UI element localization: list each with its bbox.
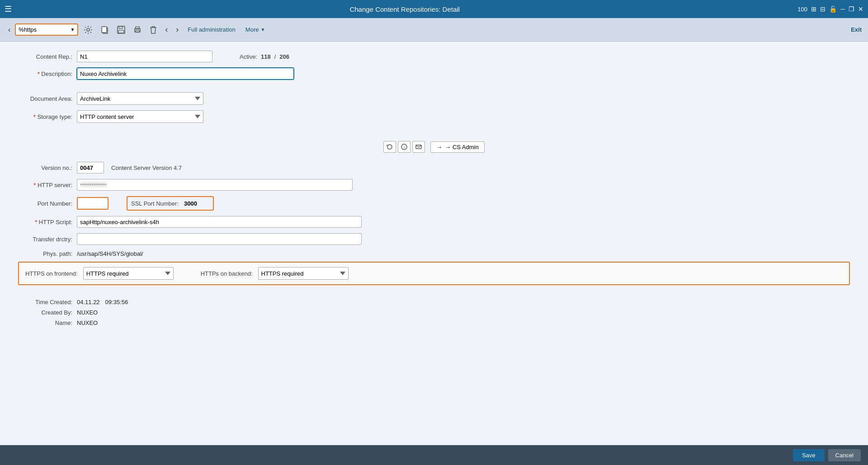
time-created-time: 09:35:56 <box>105 299 128 305</box>
port-number-label: Port Number: <box>18 200 77 207</box>
https-section: HTTPS on frontend: HTTPS required HTTPS … <box>18 262 850 285</box>
active-total: 206 <box>279 53 289 60</box>
version-desc: Content Server Version 4.7 <box>111 164 182 171</box>
https-backend-select[interactable]: HTTPS required HTTPS optional No HTTPS <box>258 267 349 280</box>
active-current: 118 <box>261 53 271 60</box>
svg-rect-2 <box>102 27 107 33</box>
save-icon-button[interactable] <box>114 24 128 36</box>
phys-path-row: Phys. path: /usr/sap/S4H/SYS/global/ <box>18 250 850 257</box>
layout-icon[interactable]: ⊟ <box>820 5 826 13</box>
counter-value: 100 <box>797 6 807 13</box>
more-button[interactable]: More ▼ <box>242 24 269 35</box>
content-rep-input[interactable] <box>77 51 212 62</box>
ssl-port-label: SSL Port Number: <box>131 200 179 207</box>
prev-nav-button[interactable]: ‹ <box>162 23 170 36</box>
http-script-input[interactable]: sapHttp/nuxeo-archivelink-s4h <box>77 216 362 228</box>
description-row: * Description: <box>18 68 850 80</box>
cancel-button[interactable]: Cancel <box>828 449 861 461</box>
refresh-icon <box>387 144 393 150</box>
restore-icon[interactable]: ❐ <box>849 5 854 13</box>
document-area-row: Document Area: ArchiveLink Document Mana… <box>18 92 850 105</box>
page-title: Change Content Repositories: Detail <box>349 5 459 13</box>
description-input[interactable] <box>77 68 294 80</box>
dropdown-value: %https <box>19 26 37 33</box>
time-created-date: 04.11.22 <box>77 299 100 305</box>
close-icon[interactable]: ✕ <box>858 5 863 13</box>
full-admin-label: Full administration <box>188 26 236 33</box>
port-number-input[interactable] <box>77 197 108 210</box>
http-script-row: * HTTP Script: sapHttp/nuxeo-archivelink… <box>18 216 850 228</box>
exit-label: Exit <box>851 26 862 33</box>
email-icon-button[interactable] <box>412 141 425 153</box>
version-no-label: Version no.: <box>18 164 77 171</box>
https-frontend-select[interactable]: HTTPS required HTTPS optional No HTTPS <box>83 267 174 280</box>
print-icon <box>133 26 142 34</box>
copy-icon-button[interactable] <box>98 24 112 36</box>
settings-icon-button[interactable] <box>81 23 95 36</box>
phys-path-label: Phys. path: <box>18 250 77 257</box>
save-icon <box>117 26 125 34</box>
main-content: Content Rep.: Active: 118 / 206 * Descri… <box>0 42 868 445</box>
more-chevron-icon: ▼ <box>260 27 265 32</box>
top-bar-left: ☰ <box>5 4 12 14</box>
info-icon-button[interactable]: i <box>398 141 410 153</box>
version-no-input[interactable] <box>77 162 104 174</box>
http-server-input[interactable] <box>77 179 353 191</box>
top-bar: ☰ Change Content Repositories: Detail 10… <box>0 0 868 18</box>
content-rep-label: Content Rep.: <box>18 53 77 60</box>
window-icon[interactable]: ⊞ <box>811 5 816 13</box>
delete-icon-button[interactable] <box>147 24 160 36</box>
svg-rect-8 <box>136 30 139 32</box>
created-by-label: Created By: <box>18 309 77 316</box>
http-server-row: * HTTP server: <box>18 179 850 191</box>
http-server-label: * HTTP server: <box>18 182 77 188</box>
settings-icon <box>84 25 93 34</box>
ssl-port-input[interactable] <box>182 198 209 209</box>
description-label: * Description: <box>18 70 77 77</box>
phys-path-value: /usr/sap/S4H/SYS/global/ <box>77 250 143 257</box>
more-label: More <box>245 26 259 33</box>
storage-type-select[interactable]: HTTP content server File system <box>77 110 203 123</box>
minimize-icon[interactable]: ─ <box>840 5 845 13</box>
document-area-select[interactable]: ArchiveLink Document Management <box>77 92 203 105</box>
created-by-value: NUXEO <box>77 309 98 316</box>
storage-type-label: * Storage type: <box>18 113 77 120</box>
chevron-down-icon: ▼ <box>70 27 75 32</box>
cs-admin-button[interactable]: → → CS Admin <box>430 141 484 153</box>
refresh-icon-button[interactable] <box>383 141 396 153</box>
https-frontend-label: HTTPS on frontend: <box>25 270 78 277</box>
page-title-text: Change Content Repositories: Detail <box>349 5 459 13</box>
next-nav-button[interactable]: › <box>173 23 181 36</box>
content-rep-row: Content Rep.: Active: 118 / 206 <box>18 51 850 62</box>
exit-button[interactable]: Exit <box>851 26 862 33</box>
full-admin-button[interactable]: Full administration <box>184 24 239 35</box>
save-button[interactable]: Save <box>793 449 825 461</box>
storage-type-row: * Storage type: HTTP content server File… <box>18 110 850 123</box>
svg-point-0 <box>87 28 90 31</box>
dropdown-select[interactable]: %https ▼ <box>15 23 78 36</box>
https-backend-label: HTTPs on backend: <box>201 270 253 277</box>
name-value: NUXEO <box>77 319 98 326</box>
port-number-row: Port Number: SSL Port Number: <box>18 196 850 211</box>
http-script-label: * HTTP Script: <box>18 219 77 225</box>
svg-rect-5 <box>118 30 124 33</box>
arrow-right-icon: → <box>436 144 442 150</box>
delete-icon <box>150 26 157 34</box>
transfer-drctry-row: Transfer drctry: <box>18 233 850 245</box>
copy-icon <box>101 26 109 34</box>
top-bar-right: 100 ⊞ ⊟ 🔓 ─ ❐ ✕ <box>797 5 863 13</box>
footer: Save Cancel <box>0 445 868 465</box>
back-nav-button[interactable]: ‹ <box>6 24 12 36</box>
hamburger-menu-icon[interactable]: ☰ <box>5 4 12 14</box>
active-info: Active: 118 / 206 <box>240 53 289 60</box>
active-label: Active: <box>240 53 257 60</box>
cancel-label: Cancel <box>835 452 854 459</box>
transfer-drctry-input[interactable] <box>77 233 362 245</box>
name-label: Name: <box>18 319 77 326</box>
time-created-label: Time Created: <box>18 299 77 305</box>
lock-icon[interactable]: 🔓 <box>829 5 837 13</box>
ssl-port-group: SSL Port Number: <box>127 196 214 211</box>
print-icon-button[interactable] <box>131 24 144 36</box>
email-icon <box>415 144 422 150</box>
version-row: Version no.: Content Server Version 4.7 <box>18 162 850 174</box>
